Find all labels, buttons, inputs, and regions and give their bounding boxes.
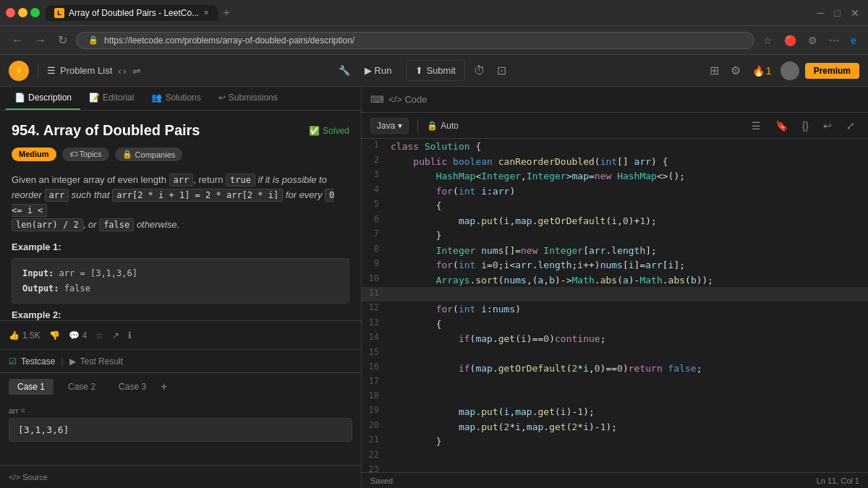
minimize-btn[interactable]	[18, 8, 27, 17]
run-btn[interactable]: ▶ Run	[356, 61, 401, 80]
test-result-chevron: ▶	[69, 356, 76, 367]
fullscreen-btn[interactable]: ⊡	[494, 61, 509, 80]
arr-inline2: arr	[45, 189, 69, 202]
back-btn[interactable]: ←	[9, 31, 26, 50]
line-content-21: }	[391, 434, 868, 449]
difficulty-tag[interactable]: Medium	[12, 147, 56, 161]
comment-btn[interactable]: 💬 4	[69, 330, 88, 341]
tab-bar: L Array of Doubled Pairs - LeetCo... ✕ ＋	[46, 5, 809, 21]
code-line-2: 2 public boolean canReorderDoubled(int[]…	[362, 154, 868, 169]
share-btn[interactable]: ↗	[112, 330, 119, 341]
timer-btn[interactable]: ⏱	[471, 61, 488, 80]
line-content-3: HashMap<Integer,Integer>map=new HashMap<…	[391, 168, 868, 184]
case1-btn[interactable]: Case 1	[9, 379, 54, 395]
like-btn[interactable]: 👍 1.5K	[9, 330, 41, 341]
tab-favicon: L	[54, 8, 64, 18]
line-num-18: 18	[362, 390, 391, 401]
line-num-22: 22	[362, 449, 391, 460]
next-problem-btn[interactable]: ›	[123, 65, 127, 77]
tab-submissions[interactable]: ↩ Submissions	[210, 87, 286, 110]
code-line-15: 15	[362, 346, 868, 361]
formula-inline: arr[2 * i + 1] = 2 * arr[2 * i]	[112, 189, 283, 202]
settings-gear-btn[interactable]: ⚙	[805, 32, 820, 49]
testcase-check-icon: ☑	[9, 356, 17, 367]
lc-logo[interactable]: ⚡	[9, 61, 29, 81]
user-avatar[interactable]	[780, 61, 799, 80]
prev-problem-btn[interactable]: ‹	[118, 65, 122, 77]
extensions-btn[interactable]: 🔴	[781, 32, 799, 49]
hamburger-btn[interactable]: ☰	[747, 119, 765, 133]
lc-logo-text: ⚡	[14, 67, 23, 74]
shuffle-btn[interactable]: ⇌	[132, 65, 141, 77]
example1-output: Output: false	[22, 281, 339, 296]
line-content-20: map.put(2*i,map.get(2*i)-1);	[391, 419, 868, 435]
forward-btn[interactable]: →	[32, 31, 49, 50]
streak-count: 1	[766, 65, 772, 77]
editorial-icon: 📝	[89, 93, 100, 103]
tab-description[interactable]: 📄 Description	[6, 87, 80, 110]
companies-tag[interactable]: 🔒 Companies	[115, 147, 183, 161]
tab-solutions[interactable]: 👥 Solutions	[142, 87, 209, 110]
toolbar-center: 🔧 ▶ Run ⬆ Submit ⏱ ⊡	[339, 60, 509, 81]
code-line-1: 1 class Solution {	[362, 139, 868, 154]
tab-editorial[interactable]: 📝 Editorial	[80, 87, 142, 110]
star-btn[interactable]: ☆	[95, 330, 103, 341]
close-window-btn[interactable]: ✕	[848, 4, 862, 22]
case3-btn[interactable]: Case 3	[110, 379, 155, 395]
layout-btn[interactable]: ⊞	[707, 61, 722, 80]
case2-btn[interactable]: Case 2	[59, 379, 104, 395]
new-tab-btn[interactable]: ＋	[221, 5, 232, 20]
status-ln-col: Ln 11, Col 1	[817, 476, 859, 485]
auto-selector[interactable]: 🔒 Auto	[427, 121, 459, 131]
refresh-btn[interactable]: ↻	[55, 30, 70, 50]
source-label: </> Source	[9, 473, 48, 481]
line-num-16: 16	[362, 361, 391, 372]
code-header: ⌨ </> Code	[362, 87, 868, 113]
add-case-btn[interactable]: +	[161, 379, 167, 395]
testcase-panel: ☑ Testcase | ▶ Test Result Case 1 Case 2…	[0, 349, 361, 465]
line-content-1: class Solution {	[391, 139, 868, 154]
browser-chrome: L Array of Doubled Pairs - LeetCo... ✕ ＋…	[0, 0, 868, 26]
premium-btn[interactable]: Premium	[805, 63, 859, 79]
tab-close-btn[interactable]: ✕	[203, 9, 209, 17]
line-content-23	[391, 463, 868, 464]
input-value[interactable]: [3,1,3,6]	[9, 418, 352, 442]
bookmark-btn[interactable]: ☆	[760, 32, 775, 49]
active-tab[interactable]: L Array of Doubled Pairs - LeetCo... ✕	[46, 5, 218, 21]
maximize-btn[interactable]	[30, 8, 40, 17]
test-result-tab[interactable]: ▶ Test Result	[69, 356, 123, 367]
browser-more-btn[interactable]: ⋯	[826, 32, 842, 49]
info-btn[interactable]: ℹ	[128, 330, 132, 341]
bookmark-code-btn[interactable]: 🔖	[771, 119, 792, 133]
settings-btn[interactable]: ⚙	[728, 61, 744, 80]
language-selector[interactable]: Java ▾	[370, 118, 409, 134]
close-btn[interactable]	[6, 8, 15, 17]
len-inline: len(arr) / 2	[12, 218, 83, 231]
dislike-btn[interactable]: 👎	[49, 330, 60, 341]
minimize-window-btn[interactable]: ─	[814, 4, 827, 22]
code-line-10: 10 Arrays.sort(nums,(a,b)->Math.abs(a)-M…	[362, 273, 868, 288]
line-content-9: for(int i=0;i<arr.length;i++)nums[i]=arr…	[391, 257, 868, 273]
solutions-icon: 👥	[151, 93, 162, 103]
submit-btn[interactable]: ⬆ Submit	[406, 60, 464, 81]
line-content-15	[391, 346, 868, 347]
input-label: arr =	[9, 406, 352, 415]
restore-window-btn[interactable]: □	[832, 4, 843, 22]
line-num-19: 19	[362, 404, 391, 415]
undo-btn[interactable]: ↩	[819, 119, 836, 133]
line-num-15: 15	[362, 346, 391, 357]
code-editor[interactable]: 1 class Solution { 2 public boolean canR…	[362, 139, 868, 472]
problem-title-row: 954. Array of Doubled Pairs ✅ Solved	[12, 122, 349, 139]
address-bar[interactable]: 🔒 https://leetcode.com/problems/array-of…	[76, 32, 754, 49]
dislike-icon: 👎	[49, 330, 60, 341]
topics-tag[interactable]: 🏷 Topics	[62, 147, 109, 161]
expand-btn[interactable]: ⤢	[842, 119, 859, 133]
problem-list-btn[interactable]: ☰ Problem List	[47, 65, 112, 76]
testcase-title: ☑ Testcase	[9, 356, 55, 367]
code-bracket-icon: ⌨	[370, 94, 384, 105]
line-num-6: 6	[362, 213, 391, 224]
edge-btn[interactable]: e	[848, 32, 859, 49]
format-btn[interactable]: {}	[798, 119, 813, 133]
panel-tabs: 📄 Description 📝 Editorial 👥 Solutions ↩ …	[0, 87, 361, 111]
toolbar-divider	[38, 64, 38, 78]
